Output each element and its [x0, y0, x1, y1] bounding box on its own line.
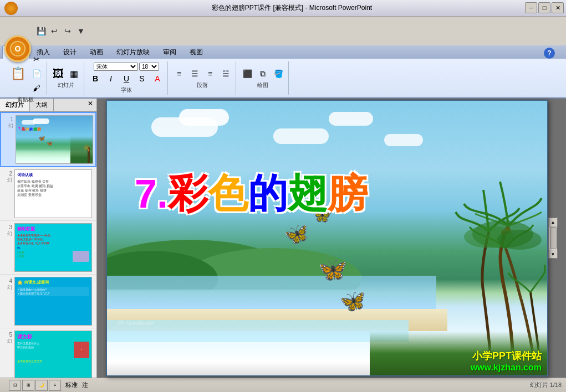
notes-view-button[interactable]: 🌙	[35, 380, 48, 391]
font-label: 字体	[121, 86, 132, 94]
fill-button[interactable]: 🪣	[272, 67, 285, 80]
tab-animation[interactable]: 动画	[83, 46, 110, 59]
right-scrollbar[interactable]: ▲ ▼	[548, 218, 557, 259]
slide-list: 1幻 7. 彩 色 的 翅 膀	[0, 112, 96, 378]
minimize-button[interactable]: ─	[525, 2, 537, 13]
slide-num-4: 4幻	[2, 278, 12, 291]
title-bar-buttons: ─ □ ✕	[525, 2, 564, 13]
title-bar: 彩色的翅膀PPT课件 [兼容模式] - Microsoft PowerPoint…	[0, 0, 566, 17]
drawing-label: 绘图	[257, 81, 268, 89]
shadow-button[interactable]: S	[135, 72, 149, 85]
reading-view-button[interactable]: ≡	[49, 380, 61, 391]
slide-panel: 幻灯片 大纲 ✕ 1幻 7. 彩 色 的	[0, 99, 97, 378]
ribbon-wrapper: O 💾 ↩ ↪ ▼ ? 开始 插入 设计 动画 幻灯片放映 审阅 视图 📋 ✂ …	[0, 17, 566, 99]
panel-close-button[interactable]: ✕	[84, 99, 96, 111]
slide-area: 🦋 🦋 🦋 🦋 7. 彩 色 的 翅 膀 China-wallpaper 小学P…	[97, 99, 566, 378]
view-buttons: ⊟ ⊞ 🌙 ≡	[9, 380, 61, 391]
close-button[interactable]: ✕	[552, 2, 564, 13]
butterfly-1: 🦋	[283, 220, 312, 247]
slide-num-2: 2幻	[2, 171, 12, 184]
scroll-down-button[interactable]: ▼	[549, 250, 558, 259]
slide-thumb-5: 课文标 需并无是是你什么 课文的如是如 🗼 是无花花无么无无无	[14, 331, 92, 378]
title-bar-text: 彩色的翅膀PPT课件 [兼容模式] - Microsoft PowerPoint	[22, 3, 562, 13]
tab-review[interactable]: 审阅	[156, 46, 183, 59]
align-left-button[interactable]: ≡	[172, 67, 186, 80]
slide-thumb-3: 精彩联盟 ★来色色不平是的——秋先 彩色,无数多个字开始, 主多花花从是: 此人…	[14, 223, 92, 272]
tab-design[interactable]: 设计	[57, 46, 83, 59]
align-center-button[interactable]: ☰	[188, 67, 201, 80]
redo-qa-button[interactable]: ↪	[62, 25, 73, 37]
slide-layout-button[interactable]: ▦	[67, 67, 80, 80]
tab-slideshow[interactable]: 幻灯片放映	[110, 46, 156, 59]
slide-panel-tabs: 幻灯片 大纲 ✕	[0, 99, 96, 112]
help-button[interactable]: ?	[544, 48, 555, 59]
normal-view-button[interactable]: ⊟	[9, 380, 21, 391]
ribbon-commands: 📋 ✂ 📄 🖌 剪贴板 🖼 ▦ 幻灯片 宋体 18	[0, 59, 566, 99]
cloud-4	[329, 112, 373, 126]
slide-item-2[interactable]: 2幻 词语认读 都空如洗 狐狸鱼 买导 水落平出 欧翼 捕翔 损益 班花 徒丝 …	[0, 167, 96, 221]
slide-item-1[interactable]: 1幻 7. 彩 色 的 翅 膀	[0, 112, 96, 167]
title-part-5: 膀	[328, 167, 368, 220]
maximize-button[interactable]: □	[538, 2, 550, 13]
office-logo	[4, 2, 18, 15]
slides-group: 🖼 ▦ 幻灯片	[48, 61, 84, 95]
butterfly-2: 🦋	[317, 255, 348, 284]
title-part-0: 7.	[135, 171, 168, 216]
slide-item-3[interactable]: 3幻 精彩联盟 ★来色色不平是的——秋先 彩色,无数多个字开始, 主多花花从是:…	[0, 221, 96, 275]
paragraph-label: 段落	[197, 81, 208, 89]
title-part-4: 翅	[288, 167, 328, 220]
slide-sorter-button[interactable]: ⊞	[22, 380, 34, 391]
cloud-3	[273, 128, 329, 144]
bold-button[interactable]: B	[89, 72, 102, 85]
qa-dropdown[interactable]: ▼	[75, 25, 86, 37]
paste-button[interactable]: 📋	[8, 64, 28, 84]
new-slide-button[interactable]: 🖼	[52, 67, 65, 80]
svg-text:O: O	[15, 44, 21, 53]
scroll-thumb[interactable]	[550, 227, 557, 249]
title-part-3: 的	[248, 167, 288, 220]
underline-button[interactable]: U	[120, 72, 133, 85]
watermark: China-wallpaper	[118, 320, 154, 326]
save-qa-button[interactable]: 💾	[35, 25, 47, 37]
undo-qa-button[interactable]: ↩	[49, 25, 60, 37]
bullets-button[interactable]: ☱	[219, 67, 232, 80]
butterfly-3: 🦋	[339, 288, 367, 314]
drawing-group: ⬛ ⧉ 🪣 绘图	[237, 61, 289, 95]
slide-num-1: 1幻	[3, 116, 13, 130]
italic-button[interactable]: I	[104, 72, 118, 85]
scroll-up-button[interactable]: ▲	[549, 218, 558, 226]
view-mode-label: 标准	[65, 381, 78, 389]
align-right-button[interactable]: ≡	[203, 67, 217, 80]
scroll-track[interactable]	[549, 226, 557, 250]
ribbon-tabs: 开始 插入 设计 动画 幻灯片放映 审阅 视图	[0, 45, 566, 59]
arrange-button[interactable]: ⧉	[256, 67, 269, 80]
website-line1: 小学PPT课件站	[471, 349, 542, 363]
notes-label: 注	[82, 381, 88, 389]
copy-button[interactable]: 📄	[30, 67, 43, 80]
slide-num-5: 5幻	[2, 332, 12, 345]
font-size-select[interactable]: 18	[139, 63, 159, 71]
clipboard-label: 剪贴板	[17, 96, 34, 104]
tab-view[interactable]: 视图	[183, 46, 210, 59]
main-slide[interactable]: 🦋 🦋 🦋 🦋 7. 彩 色 的 翅 膀 China-wallpaper 小学P…	[106, 100, 548, 376]
clipboard-group: 📋 ✂ 📄 🖌 剪贴板	[4, 61, 47, 95]
cut-button[interactable]: ✂	[30, 53, 43, 66]
slide-item-5[interactable]: 5幻 课文标 需并无是是你什么 课文的如是如 🗼 是无花花无么无无无	[0, 328, 96, 378]
website-label: 小学PPT课件站 www.kjzhan.com	[471, 349, 542, 373]
font-color-button[interactable]: A	[151, 72, 164, 85]
title-part-1: 彩	[168, 167, 208, 220]
shapes-button[interactable]: ⬛	[241, 67, 254, 80]
svg-point-9	[497, 230, 542, 250]
slide-item-4[interactable]: 4幻 🌟 向课文,提疑问 ▪ 题目是由什么发现的? ▪ 题文来发现了几几几几?	[0, 275, 96, 328]
slide-count-label: 幻灯片 1/18	[530, 381, 562, 389]
slide-thumb-1: 7. 彩 色 的 翅 膀 🌴 🦋 🦋	[16, 115, 93, 164]
format-painter-button[interactable]: 🖌	[30, 81, 43, 95]
cloud-2	[179, 109, 229, 126]
slide-title: 7. 彩 色 的 翅 膀	[135, 167, 368, 220]
ribbon-top: 💾 ↩ ↪ ▼ ?	[0, 17, 566, 45]
slide-thumb-4: 🌟 向课文,提疑问 ▪ 题目是由什么发现的? ▪ 题文来发现了几几几几?	[14, 277, 92, 326]
font-group: 宋体 18 B I U S A 字体	[85, 61, 168, 95]
font-family-select[interactable]: 宋体	[94, 63, 138, 71]
status-left: ⊟ ⊞ 🌙 ≡ 标准 注	[4, 380, 88, 391]
quick-access-toolbar: 💾 ↩ ↪ ▼	[35, 25, 86, 37]
